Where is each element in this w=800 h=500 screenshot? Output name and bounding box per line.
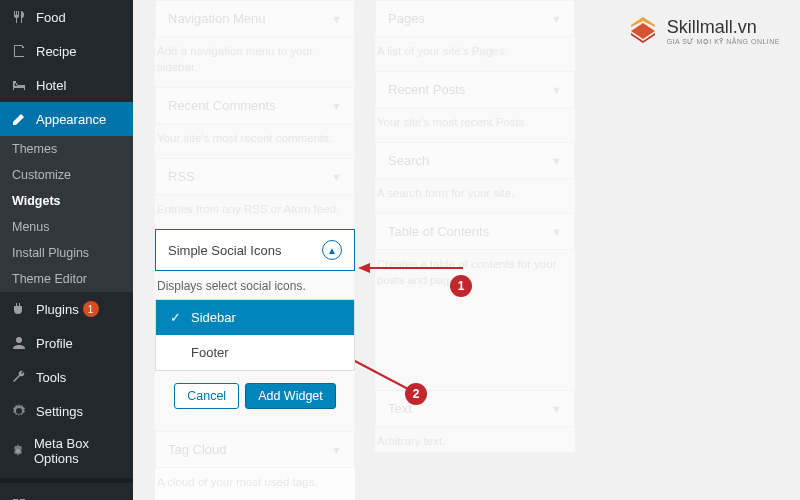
submenu-themes[interactable]: Themes bbox=[0, 136, 133, 162]
submenu-menus[interactable]: Menus bbox=[0, 214, 133, 240]
sidebar-item-metabox[interactable]: Meta Box bbox=[0, 487, 133, 500]
admin-sidebar: Food Recipe Hotel Appearance Themes Cust… bbox=[0, 0, 133, 500]
menu-label: Profile bbox=[36, 336, 73, 351]
widget-recent-posts[interactable]: Recent Posts▼ bbox=[375, 71, 575, 108]
chevron-down-icon: ▼ bbox=[551, 155, 562, 167]
sidebar-item-hotel[interactable]: Hotel bbox=[0, 68, 133, 102]
appearance-icon bbox=[10, 110, 28, 128]
widget-desc: Arbitrary text. bbox=[375, 427, 575, 451]
submenu-theme-editor[interactable]: Theme Editor bbox=[0, 266, 133, 292]
widget-desc: Your site's most recent Posts. bbox=[375, 108, 575, 132]
widget-buttons: Cancel Add Widget bbox=[155, 371, 355, 421]
chevron-down-icon: ▼ bbox=[551, 226, 562, 238]
widget-desc: Add a navigation menu to your sidebar. bbox=[155, 37, 355, 77]
widget-desc: Displays select social icons. bbox=[155, 271, 355, 299]
submenu-widgets[interactable]: Widgets bbox=[0, 188, 133, 214]
menu-label: Meta Box Options bbox=[34, 436, 123, 466]
available-widgets-right: Pages▼ A list of your site's Pages. Rece… bbox=[375, 0, 575, 452]
sidebar-item-food[interactable]: Food bbox=[0, 0, 133, 34]
chevron-down-icon: ▼ bbox=[331, 13, 342, 25]
sidebar-item-tools[interactable]: Tools bbox=[0, 360, 133, 394]
widget-area-list: ✓ Sidebar ✓ Footer bbox=[155, 299, 355, 371]
settings-icon bbox=[10, 402, 28, 420]
recipe-icon bbox=[10, 42, 28, 60]
widget-rss[interactable]: RSS▼ bbox=[155, 158, 355, 195]
sidebar-item-settings[interactable]: Settings bbox=[0, 394, 133, 428]
area-option-footer[interactable]: ✓ Footer bbox=[156, 335, 354, 370]
add-widget-button[interactable]: Add Widget bbox=[245, 383, 336, 409]
annotation-badge-1: 1 bbox=[450, 275, 472, 297]
widget-desc: A search form for your site. bbox=[375, 179, 575, 203]
available-widgets-left: Navigation Menu▼ Add a navigation menu t… bbox=[155, 0, 355, 500]
widget-desc: Creates a table of contents for your pos… bbox=[375, 250, 575, 290]
update-badge: 1 bbox=[83, 301, 99, 317]
sidebar-item-metabox-options[interactable]: Meta Box Options bbox=[0, 428, 133, 474]
profile-icon bbox=[10, 334, 28, 352]
widget-desc: Your site's most recent comments. bbox=[155, 124, 355, 148]
cancel-button[interactable]: Cancel bbox=[174, 383, 239, 409]
widget-table-of-contents[interactable]: Table of Contents▼ bbox=[375, 213, 575, 250]
menu-label: Appearance bbox=[36, 112, 106, 127]
metabox-icon bbox=[10, 495, 28, 500]
widget-desc: A cloud of your most used tags. bbox=[155, 468, 355, 492]
sidebar-item-appearance[interactable]: Appearance bbox=[0, 102, 133, 136]
sidebar-item-profile[interactable]: Profile bbox=[0, 326, 133, 360]
brand-logo: Skillmall.vn GIA SƯ MỌI KỸ NĂNG ONLINE bbox=[627, 15, 780, 47]
area-option-sidebar[interactable]: ✓ Sidebar bbox=[156, 300, 354, 335]
menu-label: Meta Box bbox=[36, 497, 91, 501]
plugin-icon bbox=[10, 300, 28, 318]
menu-label: Recipe bbox=[36, 44, 76, 59]
widget-tag-cloud[interactable]: Tag Cloud▼ bbox=[155, 431, 355, 468]
chevron-down-icon: ▼ bbox=[551, 84, 562, 96]
widget-recent-comments[interactable]: Recent Comments▼ bbox=[155, 87, 355, 124]
widget-pages[interactable]: Pages▼ bbox=[375, 0, 575, 37]
chevron-down-icon: ▼ bbox=[331, 100, 342, 112]
submenu-install-plugins[interactable]: Install Plugins bbox=[0, 240, 133, 266]
sidebar-item-recipe[interactable]: Recipe bbox=[0, 34, 133, 68]
chevron-down-icon: ▼ bbox=[551, 403, 562, 415]
menu-label: Settings bbox=[36, 404, 83, 419]
menu-label: Tools bbox=[36, 370, 66, 385]
hotel-icon bbox=[10, 76, 28, 94]
widget-title: Simple Social Icons bbox=[168, 243, 281, 258]
chevron-up-icon[interactable]: ▲ bbox=[322, 240, 342, 260]
svg-marker-5 bbox=[358, 263, 370, 273]
widget-desc: Entries from any RSS or Atom feed. bbox=[155, 195, 355, 219]
logo-subtitle: GIA SƯ MỌI KỸ NĂNG ONLINE bbox=[667, 38, 780, 46]
settings-icon bbox=[10, 442, 26, 460]
menu-label: Plugins bbox=[36, 302, 79, 317]
sidebar-item-plugins[interactable]: Plugins 1 bbox=[0, 292, 133, 326]
submenu-customize[interactable]: Customize bbox=[0, 162, 133, 188]
logo-icon bbox=[627, 15, 659, 47]
widget-simple-social-icons[interactable]: Simple Social Icons ▲ bbox=[155, 229, 355, 271]
menu-label: Hotel bbox=[36, 78, 66, 93]
chevron-down-icon: ▼ bbox=[331, 444, 342, 456]
widget-navigation-menu[interactable]: Navigation Menu▼ bbox=[155, 0, 355, 37]
widget-desc: A list of your site's Pages. bbox=[375, 37, 575, 61]
chevron-down-icon: ▼ bbox=[331, 171, 342, 183]
annotation-badge-2: 2 bbox=[405, 383, 427, 405]
widget-search[interactable]: Search▼ bbox=[375, 142, 575, 179]
logo-text: Skillmall.vn bbox=[667, 17, 780, 38]
food-icon bbox=[10, 8, 28, 26]
chevron-down-icon: ▼ bbox=[551, 13, 562, 25]
tools-icon bbox=[10, 368, 28, 386]
check-icon: ✓ bbox=[170, 310, 181, 325]
svg-point-0 bbox=[16, 337, 22, 343]
menu-label: Food bbox=[36, 10, 66, 25]
separator bbox=[0, 478, 133, 483]
